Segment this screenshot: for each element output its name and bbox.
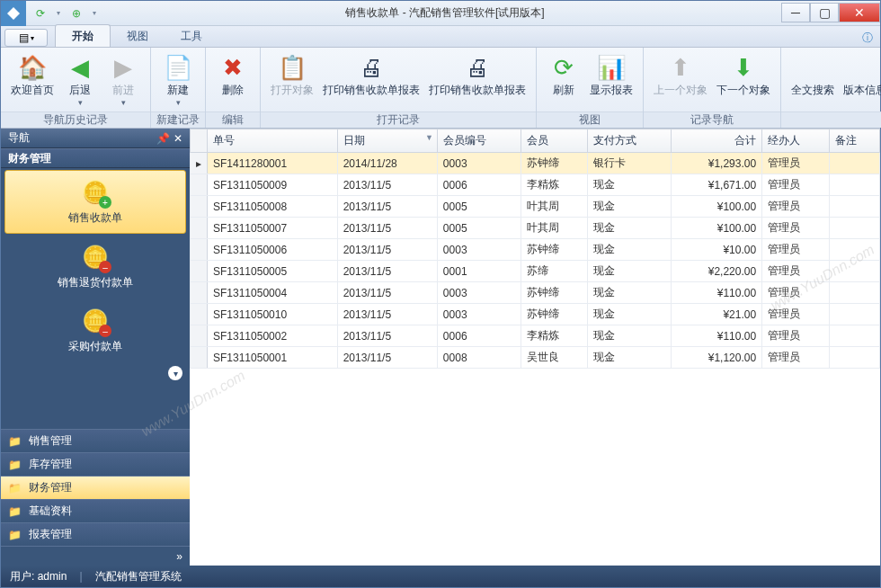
forward-button[interactable]: ▶前进▾ bbox=[102, 51, 145, 109]
folder-icon: 📁 bbox=[8, 459, 22, 471]
close-panel-icon[interactable]: ✕ bbox=[174, 132, 182, 145]
cell-member: 苏缔 bbox=[521, 261, 588, 282]
col-date[interactable]: 日期▼ bbox=[337, 129, 437, 153]
table-row[interactable]: ▸ SF1411280001 2014/11/28 0003 苏钟缔 银行卡 ¥… bbox=[191, 153, 880, 174]
table-row[interactable]: SF1311050002 2013/11/5 0006 李精炼 现金 ¥110.… bbox=[191, 325, 880, 347]
cell-remark bbox=[829, 153, 879, 174]
sidebar-collapse[interactable]: » bbox=[1, 546, 190, 566]
table-row[interactable]: SF1311050009 2013/11/5 0006 李精炼 现金 ¥1,67… bbox=[191, 174, 880, 196]
nav-group-inventory[interactable]: 📁库存管理 bbox=[1, 452, 190, 476]
cell-total: ¥1,671.00 bbox=[672, 174, 762, 196]
row-indicator-header bbox=[191, 129, 208, 153]
welcome-button[interactable]: 🏠欢迎首页 bbox=[6, 51, 58, 98]
cell-memid: 0003 bbox=[437, 304, 521, 325]
cell-op: 管理员 bbox=[762, 325, 830, 347]
cell-date: 2013/11/5 bbox=[337, 282, 437, 304]
table-row[interactable]: SF1311050010 2013/11/5 0003 苏钟缔 现金 ¥21.0… bbox=[191, 304, 880, 325]
file-menu-button[interactable]: ▤▾ bbox=[4, 29, 48, 47]
data-grid[interactable]: 单号 日期▼ 会员编号 会员 支付方式 合计 经办人 备注 ▸ SF141128… bbox=[190, 129, 880, 566]
qat-refresh-icon[interactable]: ⟳ bbox=[33, 6, 48, 21]
maximize-button[interactable]: ▢ bbox=[810, 3, 839, 22]
col-op[interactable]: 经办人 bbox=[762, 129, 830, 153]
new-button[interactable]: 📄新建▾ bbox=[156, 51, 200, 109]
cell-remark bbox=[829, 304, 879, 325]
col-pay[interactable]: 支付方式 bbox=[588, 129, 672, 153]
sidebar-item-purchase-payment[interactable]: 🪙– 采购付款单 bbox=[4, 299, 186, 361]
group-new: 新建记录 bbox=[151, 111, 205, 128]
sidebar: 导航 📌✕ 财务管理 🪙+ 销售收款单 🪙– 销售退货付款单 🪙– 采购付款单 … bbox=[1, 129, 190, 566]
nav-group-finance[interactable]: 📁财务管理 bbox=[1, 476, 190, 499]
table-row[interactable]: SF1311050004 2013/11/5 0003 苏钟缔 现金 ¥110.… bbox=[191, 282, 880, 304]
titlebar: ⟳ ▾ ⊕ ▾ 销售收款单 - 汽配销售管理软件[试用版本] ─ ▢ ✕ bbox=[1, 1, 880, 26]
cell-memid: 0006 bbox=[437, 325, 521, 347]
print-single-button[interactable]: 🖨打印销售收款单报表 bbox=[318, 51, 424, 98]
refresh-button[interactable]: ⟳刷新 bbox=[542, 51, 585, 98]
col-remark[interactable]: 备注 bbox=[829, 129, 879, 153]
cell-member: 李精炼 bbox=[521, 174, 588, 196]
qat-add-icon[interactable]: ⊕ bbox=[69, 6, 84, 21]
cell-memid: 0003 bbox=[437, 153, 521, 174]
open-object-button[interactable]: 📋打开对象 bbox=[266, 51, 318, 98]
col-member[interactable]: 会员 bbox=[521, 129, 588, 153]
qat-dropdown-icon[interactable]: ▾ bbox=[51, 6, 66, 21]
sidebar-item-sales-receipt[interactable]: 🪙+ 销售收款单 bbox=[4, 170, 186, 234]
cell-remark bbox=[829, 239, 879, 261]
prev-object-button[interactable]: ⬆上一个对象 bbox=[649, 51, 712, 98]
cell-pay: 现金 bbox=[588, 282, 672, 304]
cell-op: 管理员 bbox=[762, 153, 830, 174]
table-row[interactable]: SF1311050006 2013/11/5 0003 苏钟缔 现金 ¥10.0… bbox=[191, 239, 880, 261]
col-memid[interactable]: 会员编号 bbox=[437, 129, 521, 153]
cell-member: 叶其周 bbox=[521, 218, 588, 239]
back-icon: ◀ bbox=[66, 53, 94, 82]
nav-group-sales[interactable]: 📁销售管理 bbox=[1, 429, 190, 452]
cell-memid: 0006 bbox=[437, 174, 521, 196]
qat-dropdown2-icon[interactable]: ▾ bbox=[87, 6, 102, 21]
cell-member: 苏钟缔 bbox=[521, 153, 588, 174]
cell-op: 管理员 bbox=[762, 304, 830, 325]
col-total[interactable]: 合计 bbox=[672, 129, 762, 153]
tab-tools[interactable]: 工具 bbox=[165, 25, 218, 47]
table-row[interactable]: SF1311050008 2013/11/5 0005 叶其周 现金 ¥100.… bbox=[191, 196, 880, 218]
cell-pay: 现金 bbox=[588, 196, 672, 218]
cell-memid: 0003 bbox=[437, 239, 521, 261]
tab-view[interactable]: 视图 bbox=[111, 25, 165, 47]
chevrons-icon: » bbox=[176, 550, 182, 563]
delete-button[interactable]: ✖删除 bbox=[211, 51, 254, 98]
file-icon: ▤ bbox=[19, 31, 29, 44]
folder-icon: 📁 bbox=[8, 435, 22, 448]
table-row[interactable]: SF1311050007 2013/11/5 0005 叶其周 现金 ¥100.… bbox=[191, 218, 880, 239]
back-button[interactable]: ◀后退▾ bbox=[58, 51, 102, 109]
nav-group-basedata[interactable]: 📁基础资料 bbox=[1, 499, 190, 522]
sidebar-expand[interactable]: ▾ bbox=[1, 363, 190, 383]
folder-icon: 📁 bbox=[8, 529, 22, 541]
table-row[interactable]: SF1311050001 2013/11/5 0008 吴世良 现金 ¥1,12… bbox=[191, 347, 880, 369]
print-list-button[interactable]: 🖨打印销售收款单报表 bbox=[424, 51, 530, 98]
grid-area: 单号 日期▼ 会员编号 会员 支付方式 合计 经办人 备注 ▸ SF141128… bbox=[190, 129, 880, 566]
sidebar-item-refund-payment[interactable]: 🪙– 销售退货付款单 bbox=[4, 236, 186, 298]
nav-group-reports[interactable]: 📁报表管理 bbox=[1, 522, 190, 546]
next-object-button[interactable]: ⬇下一个对象 bbox=[712, 51, 775, 98]
version-button[interactable]: 版本信息 bbox=[839, 51, 881, 98]
help-button[interactable]: ⓘ bbox=[859, 29, 877, 47]
sort-desc-icon: ▼ bbox=[425, 133, 433, 142]
cell-no: SF1311050001 bbox=[208, 347, 338, 369]
close-button[interactable]: ✕ bbox=[839, 3, 880, 22]
fulltext-button[interactable]: 全文搜索 bbox=[787, 51, 839, 98]
minimize-button[interactable]: ─ bbox=[781, 3, 810, 22]
tab-start[interactable]: 开始 bbox=[55, 24, 111, 47]
table-row[interactable]: SF1311050005 2013/11/5 0001 苏缔 现金 ¥2,220… bbox=[191, 261, 880, 282]
show-report-button[interactable]: 📊显示报表 bbox=[585, 51, 637, 98]
cell-pay: 现金 bbox=[588, 347, 672, 369]
sidebar-section-finance[interactable]: 财务管理 bbox=[1, 148, 190, 168]
cell-remark bbox=[829, 261, 879, 282]
cell-memid: 0001 bbox=[437, 261, 521, 282]
sidebar-title: 导航 bbox=[8, 130, 30, 146]
ribbon-tabs: ▤▾ 开始 视图 工具 ⓘ bbox=[1, 26, 880, 48]
cell-total: ¥1,120.00 bbox=[672, 347, 762, 369]
pin-icon[interactable]: 📌 bbox=[156, 132, 170, 145]
row-indicator bbox=[191, 304, 208, 325]
sidebar-header: 导航 📌✕ bbox=[1, 129, 190, 148]
col-no[interactable]: 单号 bbox=[208, 129, 338, 153]
row-indicator bbox=[191, 325, 208, 347]
row-indicator bbox=[191, 196, 208, 218]
